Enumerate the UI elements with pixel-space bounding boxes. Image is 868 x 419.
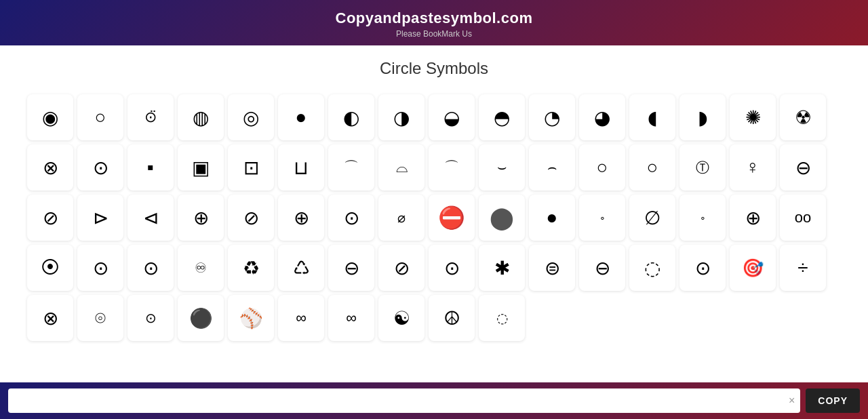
symbol-cell[interactable]: ⊘ (27, 195, 73, 241)
symbol-cell[interactable]: ⚫ (178, 295, 224, 341)
symbol-cell[interactable]: ⊡ (228, 144, 274, 191)
symbol-cell[interactable]: ☯ (378, 295, 425, 341)
symbol-cell[interactable]: ⊗ (27, 295, 73, 341)
symbol-cell[interactable]: ⊙ (328, 195, 374, 241)
symbol-cell[interactable]: ◍ (178, 94, 224, 140)
symbol-cell[interactable]: ⊕ (730, 195, 776, 241)
symbol-cell[interactable]: ☢ (780, 94, 826, 140)
symbol-cell[interactable]: ◐ (328, 94, 374, 140)
symbol-cell[interactable]: ⊖ (780, 144, 826, 191)
symbol-cell[interactable]: 🎯 (730, 245, 776, 291)
symbol-cell[interactable]: ◒ (429, 94, 475, 140)
symbol-cell[interactable]: ◑ (378, 94, 425, 140)
symbol-cell[interactable]: ∘ (579, 195, 625, 241)
symbol-cell[interactable]: ◔ (529, 94, 575, 140)
symbol-cell[interactable]: ● (529, 195, 575, 241)
symbol-cell[interactable]: ◓ (479, 94, 525, 140)
symbol-cell[interactable]: ♺ (278, 245, 324, 291)
symbol-cell[interactable]: ✺ (730, 94, 776, 140)
symbol-cell[interactable]: ⊗ (27, 144, 73, 191)
symbol-cell[interactable]: ⊙ (127, 295, 174, 341)
symbol-cell[interactable]: ▪ (127, 144, 174, 191)
symbol-cell[interactable]: ⊕ (178, 195, 224, 241)
symbol-cell[interactable]: ● (278, 94, 324, 140)
symbol-cell[interactable]: ⊙ (127, 245, 174, 291)
symbol-cell[interactable]: ⊖ (579, 245, 625, 291)
symbol-cell[interactable]: ☮ (429, 295, 475, 341)
symbol-cell[interactable]: ⊙ (77, 245, 123, 291)
symbol-cell[interactable]: ⌒ (429, 144, 475, 191)
symbol-cell[interactable]: ⊘ (378, 245, 425, 291)
symbol-cell[interactable]: ◖ (629, 94, 675, 140)
symbol-cell[interactable]: ▣ (178, 144, 224, 191)
copy-input[interactable] (8, 388, 800, 413)
symbol-cell[interactable]: ◉ (27, 94, 73, 140)
symbol-cell[interactable]: ⌒ (328, 144, 374, 191)
copy-input-wrapper: × (8, 388, 800, 413)
symbol-cell[interactable]: ⊙̈ (127, 94, 174, 140)
symbol-cell[interactable]: ⛔ (429, 195, 475, 241)
symbol-cell[interactable]: ◕ (579, 94, 625, 140)
symbol-cell[interactable]: ⊘ (228, 195, 274, 241)
page-title: Circle Symbols (27, 59, 841, 78)
copy-button[interactable]: COPY (806, 388, 860, 413)
symbol-cell[interactable]: ⦾ (77, 295, 123, 341)
symbol-cell[interactable]: ⊙ (77, 144, 123, 191)
main-content: Circle Symbols ◉ ○ ⊙̈ ◍ ◎ ● ◐ ◑ ◒ ◓ ◔ ◕ … (0, 45, 868, 409)
symbol-cell[interactable]: oo (780, 195, 826, 241)
symbol-cell[interactable]: ♾ (178, 245, 224, 291)
symbol-cell[interactable]: ◌ (479, 295, 525, 341)
symbol-cell[interactable]: ○ (579, 144, 625, 191)
symbol-cell[interactable]: ○ (629, 144, 675, 191)
symbol-cell[interactable]: ✱ (479, 245, 525, 291)
symbol-cell[interactable]: ⌣ (479, 144, 525, 191)
symbol-cell[interactable]: ⊜ (529, 245, 575, 291)
symbol-cell[interactable]: ⊕ (278, 195, 324, 241)
symbol-cell[interactable]: ⚾ (228, 295, 274, 341)
symbol-cell[interactable]: ◗ (679, 94, 726, 140)
symbol-cell[interactable]: ⊖ (328, 245, 374, 291)
symbol-cell[interactable]: ⌓ (378, 144, 425, 191)
symbol-cell[interactable]: ⬤ (479, 195, 525, 241)
clear-button[interactable]: × (789, 395, 795, 407)
symbol-cell[interactable]: ○ (77, 94, 123, 140)
symbol-cell[interactable]: ∞ (328, 295, 374, 341)
site-header: Copyandpastesymbol.com Please BookMark U… (0, 0, 868, 45)
symbol-cell[interactable]: ∞ (278, 295, 324, 341)
bottom-bar: × COPY (0, 382, 868, 419)
symbol-cell[interactable]: ⊙ (679, 245, 726, 291)
symbol-cell[interactable]: ⊙ (429, 245, 475, 291)
symbol-cell[interactable]: ⊳ (77, 195, 123, 241)
symbol-cell[interactable]: ∅ (629, 195, 675, 241)
symbol-cell[interactable]: Ⓣ (679, 144, 726, 191)
symbol-cell[interactable]: ◌ (629, 245, 675, 291)
symbol-cell[interactable]: ♻ (228, 245, 274, 291)
symbol-cell[interactable]: ⦿ (27, 245, 73, 291)
symbol-cell[interactable]: ◎ (228, 94, 274, 140)
symbol-cell[interactable]: ♀ (730, 144, 776, 191)
site-title: Copyandpastesymbol.com (0, 9, 868, 27)
site-subtitle: Please BookMark Us (0, 29, 868, 39)
symbol-cell[interactable]: ⊔ (278, 144, 324, 191)
symbol-cell[interactable]: ∘ (679, 195, 726, 241)
symbols-grid: ◉ ○ ⊙̈ ◍ ◎ ● ◐ ◑ ◒ ◓ ◔ ◕ ◖ ◗ ✺ ☢ ⊗ ⊙ ▪ ▣… (27, 94, 841, 341)
symbol-cell[interactable]: ÷ (780, 245, 826, 291)
symbol-cell[interactable]: ⌀ (378, 195, 425, 241)
symbol-cell[interactable]: ⊲ (127, 195, 174, 241)
symbol-cell[interactable]: ⌢ (529, 144, 575, 191)
